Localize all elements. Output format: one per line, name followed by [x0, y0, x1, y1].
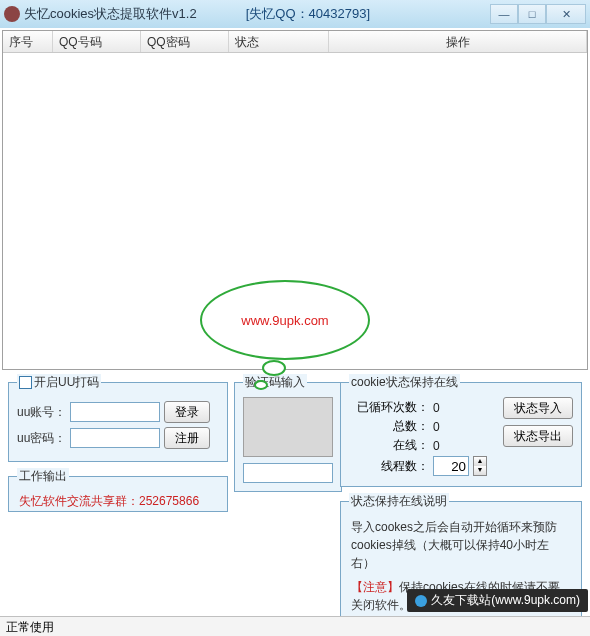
statusbar: 正常使用: [0, 616, 590, 636]
threads-label: 线程数：: [349, 458, 429, 475]
captcha-legend: 验证码输入: [243, 374, 307, 391]
table-header-row: 序号 QQ号码 QQ密码 状态 操作: [3, 31, 587, 53]
status-export-button[interactable]: 状态导出: [503, 425, 573, 447]
captcha-panel: 验证码输入: [234, 374, 342, 492]
col-index[interactable]: 序号: [3, 31, 53, 52]
app-icon: [4, 6, 20, 22]
uu-enable-checkbox[interactable]: [19, 376, 32, 389]
work-output-legend: 工作输出: [17, 468, 69, 485]
captcha-image[interactable]: [243, 397, 333, 457]
threads-spinner[interactable]: ▲▼: [473, 456, 487, 476]
login-button[interactable]: 登录: [164, 401, 210, 423]
titlebar[interactable]: 失忆cookies状态提取软件v1.2 [失忆QQ：40432793] — □ …: [0, 0, 590, 28]
window-title: 失忆cookies状态提取软件v1.2: [24, 5, 246, 23]
desc-legend: 状态保持在线说明: [349, 493, 449, 510]
uu-panel: 开启UU打码 uu账号： 登录 uu密码： 注册: [8, 374, 228, 462]
work-output-panel: 工作输出 失忆软件交流共享群：252675866: [8, 468, 228, 512]
uu-password-label: uu密码：: [17, 430, 66, 447]
loop-label: 已循环次数：: [349, 399, 429, 416]
bubble-text: www.9upk.com: [241, 313, 328, 328]
watermark: 久友下载站(www.9upk.com): [407, 589, 588, 612]
desc-line1: 导入cookes之后会自动开始循环来预防cookies掉线（大概可以保持40小时…: [351, 518, 571, 572]
uu-account-input[interactable]: [70, 402, 160, 422]
threads-input[interactable]: [433, 456, 469, 476]
col-qq-number[interactable]: QQ号码: [53, 31, 141, 52]
uu-account-label: uu账号：: [17, 404, 66, 421]
maximize-button[interactable]: □: [518, 4, 546, 24]
app-window: 失忆cookies状态提取软件v1.2 [失忆QQ：40432793] — □ …: [0, 0, 590, 636]
col-status[interactable]: 状态: [229, 31, 329, 52]
total-value: 0: [433, 420, 440, 434]
total-label: 总数：: [349, 418, 429, 435]
speech-bubble: www.9upk.com: [200, 280, 370, 360]
online-label: 在线：: [349, 437, 429, 454]
status-text: 正常使用: [6, 620, 54, 634]
minimize-button[interactable]: —: [490, 4, 518, 24]
online-value: 0: [433, 439, 440, 453]
uu-legend[interactable]: 开启UU打码: [17, 374, 101, 391]
uu-password-input[interactable]: [70, 428, 160, 448]
close-button[interactable]: ✕: [546, 4, 586, 24]
register-button[interactable]: 注册: [164, 427, 210, 449]
col-action[interactable]: 操作: [329, 31, 587, 52]
desc-panel: 状态保持在线说明 导入cookes之后会自动开始循环来预防cookies掉线（大…: [340, 493, 582, 636]
loop-value: 0: [433, 401, 440, 415]
captcha-input[interactable]: [243, 463, 333, 483]
watermark-icon: [415, 595, 427, 607]
watermark-text: 久友下载站(www.9upk.com): [431, 592, 580, 609]
window-subtitle: [失忆QQ：40432793]: [246, 5, 370, 23]
cookie-status-legend: cookie状态保持在线: [349, 374, 460, 391]
desc-notice-prefix: 【注意】: [351, 580, 399, 594]
status-import-button[interactable]: 状态导入: [503, 397, 573, 419]
cookie-status-panel: cookie状态保持在线 已循环次数：0 总数：0 在线：0 线程数： ▲▼: [340, 374, 582, 487]
work-output-text: 失忆软件交流共享群：252675866: [17, 491, 219, 512]
col-qq-password[interactable]: QQ密码: [141, 31, 229, 52]
